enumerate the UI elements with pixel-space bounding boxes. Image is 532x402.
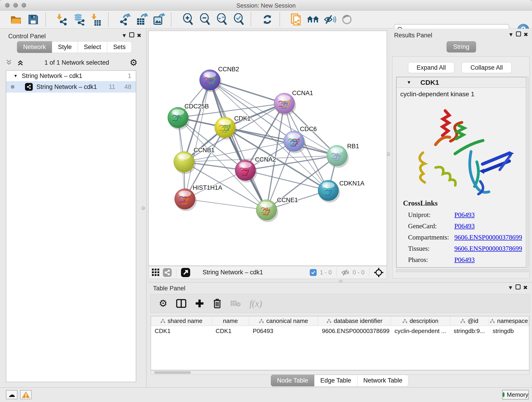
export-image-button[interactable] (150, 12, 167, 27)
crosslink-link[interactable]: P06493 (454, 222, 475, 230)
column-header-name[interactable]: name (212, 316, 249, 326)
tab-style[interactable]: Style (52, 41, 78, 53)
network-node-CDC25B[interactable] (168, 107, 190, 130)
tab-string[interactable]: String (447, 41, 476, 52)
expand-all-button[interactable]: Expand All (408, 62, 454, 73)
bundled-apps-button[interactable] (305, 12, 322, 27)
crosslink-link[interactable]: 9606.ENSP00000378699 (454, 234, 522, 241)
gene-section: ▼ CDK1 cyclin-dependent kinase 1 (396, 77, 529, 268)
network-node-CDK1[interactable] (215, 117, 237, 140)
hidden-counts: 0 - 0 (353, 269, 365, 276)
section-expand-icon[interactable]: ▼ (407, 80, 411, 85)
table-options-gear-icon[interactable]: ⚙ (159, 299, 167, 308)
network-node-CDC6[interactable] (284, 131, 306, 153)
network-type-icon (25, 83, 33, 91)
zoom-selected-button[interactable] (230, 12, 247, 27)
control-panel-window-controls: ▼ ✖ (120, 32, 143, 39)
maximize-panel-icon[interactable] (516, 32, 521, 36)
scrollbar-thumb[interactable] (154, 371, 191, 374)
collection-expand-icon[interactable]: ▼ (13, 74, 18, 78)
column-header-canonical-name[interactable]: canonical name (249, 316, 318, 326)
open-in-window-icon[interactable] (181, 268, 190, 277)
node-label-CDK1: CDK1 (234, 115, 251, 122)
close-panel-icon[interactable]: ✖ (135, 32, 143, 39)
memory-button[interactable]: Memory (502, 390, 529, 400)
crosslink-link[interactable]: 9606.ENSP00000378699 (454, 245, 522, 252)
cloud-status-button[interactable]: ☁ (6, 390, 17, 399)
save-icon (28, 14, 38, 25)
column-header-@id[interactable]: @id (450, 316, 489, 326)
share-network-icon[interactable] (163, 268, 172, 277)
table-row[interactable]: CDK1CDK1P064939606.ENSP00000378699cyclin… (151, 326, 529, 336)
string-documents-icon (291, 13, 302, 26)
app-window: Session: New Session (0, 0, 532, 402)
tab-node-table[interactable]: Node Table (271, 375, 314, 386)
results-vertical-scrollbar[interactable] (526, 77, 529, 268)
network-edge-HIST1H1A-CCNE1[interactable] (185, 199, 266, 210)
birdseye-grid-icon[interactable] (152, 269, 160, 276)
maximize-panel-icon[interactable] (129, 32, 134, 37)
tab-select[interactable]: Select (78, 41, 107, 53)
close-panel-icon[interactable]: ✖ (521, 284, 529, 291)
bottom-status-bar: ☁ Memory (0, 387, 532, 402)
tab-network-table[interactable]: Network Table (357, 375, 409, 386)
selected-items-checkbox[interactable] (310, 269, 317, 276)
network-edge-CCNA2-CDKN1A[interactable] (245, 170, 328, 191)
collapse-all-button[interactable]: Collapse All (462, 62, 512, 73)
import-network-from-file-button[interactable] (54, 12, 70, 27)
fit-selected-crosshair-icon[interactable] (374, 268, 384, 277)
close-panel-icon[interactable]: ✖ (522, 32, 530, 38)
gene-section-header[interactable]: ▼ CDK1 (397, 77, 528, 88)
delete-column-trash-icon[interactable] (213, 298, 222, 308)
crosslink-link[interactable]: P06493 (454, 256, 475, 264)
save-session-button[interactable] (25, 12, 42, 27)
import-table-icon (91, 13, 101, 26)
column-header-database-identifier[interactable]: database identifier (318, 316, 391, 326)
zoom-out-button[interactable] (196, 12, 213, 27)
left-splitter-handle[interactable] (141, 206, 145, 210)
network-canvas[interactable]: CCNB2CCNA1CDC25BCDK1CDC6RB1CCNB1CCNA2CDK… (148, 31, 387, 266)
hide-graphics-button[interactable] (322, 12, 339, 27)
create-column-plus-icon[interactable] (195, 299, 204, 308)
zoom-fit-button[interactable] (213, 12, 230, 27)
tab-network[interactable]: Network (17, 41, 52, 53)
table-horizontal-scrollbar[interactable] (151, 370, 529, 375)
column-header-namespace[interactable]: namespace (489, 316, 529, 326)
import-network-file-icon (56, 13, 68, 26)
crosslink-link[interactable]: P06493 (454, 211, 475, 219)
export-network-button[interactable] (116, 12, 133, 27)
float-panel-icon[interactable]: ▼ (507, 284, 514, 291)
refresh-view-button[interactable] (259, 12, 276, 27)
expand-all-icon[interactable] (17, 59, 24, 66)
network-collection-row[interactable]: ▼ String Network – cdk1 1 (6, 70, 136, 81)
collapse-all-icon[interactable] (6, 59, 12, 66)
show-graphics-button[interactable] (339, 12, 355, 27)
network-node-CCNA2[interactable] (235, 160, 257, 182)
column-header-description[interactable]: description (391, 316, 450, 326)
network-options-gear-icon[interactable]: ⚙ (130, 58, 138, 67)
import-network-from-database-button[interactable] (70, 12, 88, 27)
column-header-shared-name[interactable]: shared name (151, 316, 212, 326)
network-node-HIST1H1A[interactable] (175, 189, 196, 211)
string-import-button[interactable] (288, 12, 305, 27)
maximize-panel-icon[interactable] (515, 284, 520, 289)
import-table-button[interactable] (88, 12, 104, 27)
warnings-button[interactable] (20, 390, 32, 399)
node-label-CDKN1A: CDKN1A (339, 180, 365, 187)
network-node-RB1[interactable] (327, 145, 349, 168)
network-node-CDKN1A[interactable] (318, 180, 340, 203)
string-results-box: Expand All Collapse All ▼ CDK1 cyclin-de… (392, 56, 530, 279)
show-columns-icon[interactable] (176, 299, 186, 308)
node-label-CCNA1: CCNA1 (292, 89, 313, 96)
export-table-button[interactable] (133, 12, 150, 27)
tab-sets[interactable]: Sets (107, 41, 132, 53)
float-panel-icon[interactable]: ▼ (120, 32, 128, 39)
results-panel: Results Panel ▼ ✖ String Expand All Coll… (390, 29, 532, 281)
tab-edge-table[interactable]: Edge Table (314, 375, 357, 386)
toolbar-separator (45, 13, 51, 26)
open-session-button[interactable] (8, 12, 25, 27)
results-horizontal-scrollbar[interactable] (396, 269, 529, 272)
zoom-in-button[interactable] (179, 12, 196, 27)
float-panel-icon[interactable]: ▼ (507, 32, 515, 38)
network-row-selected[interactable]: String Network – cdk1 11 48 (6, 81, 136, 93)
